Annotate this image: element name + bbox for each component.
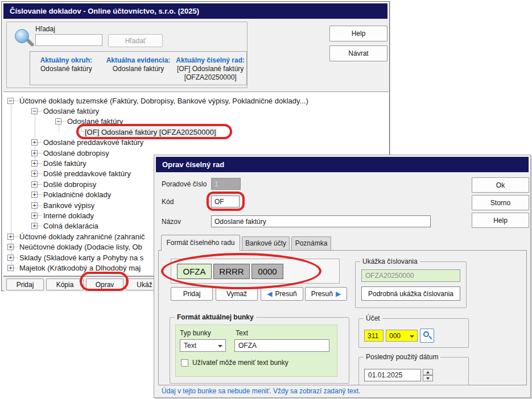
expand-icon[interactable]: + xyxy=(7,244,14,250)
context-label: Aktuálna evidencia: xyxy=(102,56,175,65)
main-window-titlebar: Číslovanie dokladov - Online účtovníctvo… xyxy=(3,3,387,19)
tree-item[interactable]: +Sklady (Skladové karty a Pohyby na s xyxy=(7,252,145,263)
context-label: Aktuálny číselný rad: xyxy=(174,56,246,65)
tree-item[interactable]: +Došlé dobropisy xyxy=(31,179,97,189)
ok-button[interactable]: Ok xyxy=(472,177,529,193)
numbering-preview-field: OFZA20250000 xyxy=(361,269,460,282)
tree-item-label: Sklady (Skladové karty a Pohyby na s xyxy=(18,253,145,262)
tree-item[interactable]: +Majetok (Krátkodobý a Dlhodobý maj xyxy=(7,263,142,273)
account-field[interactable]: 311 xyxy=(364,330,383,342)
context-column: Aktuálny číselný rad:[OF] Odoslané faktú… xyxy=(174,52,246,85)
expand-icon[interactable]: + xyxy=(31,223,38,229)
detailed-preview-button[interactable]: Podrobná ukážka číslovania xyxy=(361,286,460,301)
tree-item-label: Colná deklarácia xyxy=(42,222,100,230)
analytic-account-dropdown[interactable]: 000 xyxy=(386,330,418,342)
date-field[interactable]: 01.01.2025 xyxy=(364,369,421,381)
cell-type-dropdown[interactable]: Text xyxy=(180,339,226,352)
expand-icon[interactable]: + xyxy=(31,160,38,167)
typ-bunky-label: Typ bunky xyxy=(180,329,211,337)
account-search-button[interactable] xyxy=(420,329,434,343)
expand-icon[interactable]: + xyxy=(31,202,38,209)
cell-format-panel: Typ bunky Text Text OFZA Užívateľ môže m… xyxy=(175,325,337,377)
tree-connector xyxy=(38,163,42,164)
tree-item[interactable]: +Interné doklady xyxy=(31,210,95,221)
tree-connector xyxy=(14,101,18,101)
tree-item[interactable]: +Odoslané dobropisy xyxy=(31,148,110,158)
cell-pridaj-button[interactable]: Pridaj xyxy=(171,287,213,301)
tree-item[interactable]: +Pokladničné doklady xyxy=(31,190,112,200)
tree-item[interactable]: +Došlé faktúry xyxy=(31,158,88,168)
expand-icon[interactable]: + xyxy=(7,234,14,240)
tab-format-cislneho-radu[interactable]: Formát číselného radu xyxy=(161,235,240,251)
expand-icon[interactable]: + xyxy=(31,213,38,219)
collapse-icon[interactable]: − xyxy=(31,108,38,114)
format-cell[interactable]: OFZA xyxy=(177,264,212,279)
action-button-kopia[interactable]: Kópia xyxy=(46,279,84,290)
tree-item-label: Pokladničné doklady xyxy=(42,190,112,199)
collapse-icon[interactable]: − xyxy=(7,98,14,104)
format-cell[interactable]: RRRR xyxy=(213,264,250,279)
context-label: Aktuálny okruh: xyxy=(30,56,102,65)
tree-connector xyxy=(38,142,42,143)
cell-text-input[interactable]: OFZA xyxy=(234,339,329,352)
tree-item-label: Účtovné doklady tuzemské (Faktúry, Dobro… xyxy=(18,97,310,105)
action-button-oprav[interactable]: Oprav xyxy=(86,279,123,290)
move-left-button[interactable]: ◀ Presuň xyxy=(261,287,303,301)
text-label: Text xyxy=(236,329,248,337)
expand-icon[interactable]: + xyxy=(31,192,38,198)
expand-icon[interactable]: + xyxy=(31,181,38,188)
expand-icon[interactable]: + xyxy=(7,265,14,271)
search-button[interactable]: Hľadať xyxy=(108,34,163,47)
help-button[interactable]: Help xyxy=(329,26,387,41)
search-input[interactable] xyxy=(35,34,102,46)
tree-item[interactable]: +Bankové výpisy xyxy=(31,200,96,210)
tree-item-label: Došlé preddavkové faktúry xyxy=(42,169,132,178)
status-hint-text: Údaj v tejto bunke sa nebude meniť. Vždy… xyxy=(162,387,360,395)
expand-icon[interactable]: + xyxy=(31,139,38,146)
user-can-edit-label: Užívateľ môže meniť text bunky xyxy=(192,359,288,367)
collapse-icon[interactable]: − xyxy=(55,118,61,124)
tree-item-label: Majetok (Krátkodobý a Dlhodobý maj xyxy=(18,264,142,272)
search-label: Hľadaj xyxy=(35,25,55,33)
tree-item[interactable]: +Účtovné doklady zahraničné (zahranič xyxy=(7,231,146,242)
spinner-up-icon xyxy=(426,371,430,373)
cell-vymaz-button[interactable]: Vymaž xyxy=(216,287,258,301)
tree-item[interactable]: −Odoslané faktúry xyxy=(55,117,124,127)
context-panel: Aktuálny okruh:Odoslané faktúryAktuálna … xyxy=(30,51,247,85)
search-panel: Hľadaj Hľadať Aktuálny okruh:Odoslané fa… xyxy=(6,22,248,88)
user-can-edit-checkbox[interactable] xyxy=(181,359,188,367)
navrat-button[interactable]: Návrat xyxy=(329,45,387,61)
tree-item[interactable]: [OF] Odoslané faktúry [OFZA20250000] xyxy=(84,127,217,137)
dialog-help-button[interactable]: Help xyxy=(472,213,529,228)
tree-item-label: Odoslané dobropisy xyxy=(42,149,110,157)
spinner-down-button[interactable] xyxy=(423,375,433,381)
tree-item[interactable]: −Odoslané faktúry xyxy=(31,106,100,116)
arrow-left-icon: ◀ xyxy=(267,290,272,297)
expand-icon[interactable]: + xyxy=(7,255,14,261)
expand-icon[interactable]: + xyxy=(31,171,38,177)
tree-item[interactable]: +Odoslané preddavkové faktúry xyxy=(31,138,145,148)
kod-field[interactable]: OF xyxy=(211,196,240,207)
format-cell[interactable]: 0000 xyxy=(251,264,283,279)
tree-item-label: Neúčtovné doklady (Dodacie listy, Ob xyxy=(18,243,143,251)
tab-bankove-ucty[interactable]: Bankové účty xyxy=(242,236,290,251)
chevron-down-icon xyxy=(410,335,414,338)
tree-item-label: Účtovné doklady zahraničné (zahranič xyxy=(18,232,146,241)
cell-pridaj-label: Pridaj xyxy=(183,290,201,298)
tree-item[interactable]: +Došlé preddavkové faktúry xyxy=(31,169,132,179)
storno-button[interactable]: Storno xyxy=(472,195,529,210)
nazov-field[interactable]: Odoslané faktúry xyxy=(211,215,431,227)
search-icon-handle xyxy=(26,38,35,47)
tree-item-label: Bankové výpisy xyxy=(42,201,96,210)
account-group-title: Účet xyxy=(364,314,382,322)
spinner-up-button[interactable] xyxy=(423,369,433,375)
tree-item[interactable]: +Colná deklarácia xyxy=(31,221,100,231)
action-button-pridaj[interactable]: Pridaj xyxy=(6,279,44,290)
dialog-titlebar: Oprav číselný rad xyxy=(156,157,529,172)
tree-item[interactable]: −Účtovné doklady tuzemské (Faktúry, Dobr… xyxy=(7,95,310,106)
tree-item[interactable]: +Neúčtovné doklady (Dodacie listy, Ob xyxy=(7,242,143,252)
tab-poznamka[interactable]: Poznámka xyxy=(291,236,331,251)
move-right-button[interactable]: Presuň ▶ xyxy=(305,287,347,301)
expand-icon[interactable]: + xyxy=(31,150,38,156)
tree-connector xyxy=(14,268,18,268)
